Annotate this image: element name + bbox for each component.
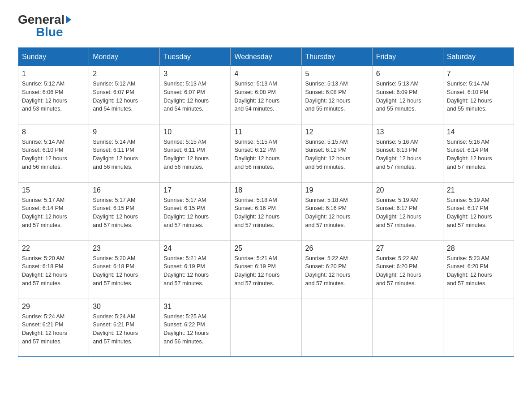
calendar-cell: 21Sunrise: 5:19 AMSunset: 6:17 PMDayligh… [443,182,514,240]
calendar-cell: 30Sunrise: 5:24 AMSunset: 6:21 PMDayligh… [89,299,160,357]
calendar-cell: 18Sunrise: 5:18 AMSunset: 6:16 PMDayligh… [231,182,301,240]
calendar-cell: 15Sunrise: 5:17 AMSunset: 6:14 PMDayligh… [18,182,89,240]
day-number: 2 [93,70,156,78]
calendar-cell: 22Sunrise: 5:20 AMSunset: 6:18 PMDayligh… [18,240,89,299]
day-number: 7 [447,70,510,78]
day-info: Sunrise: 5:13 AMSunset: 6:07 PMDaylight:… [163,80,227,113]
weekday-header-thursday: Thursday [301,48,372,66]
day-number: 31 [163,303,227,311]
day-info: Sunrise: 5:15 AMSunset: 6:12 PMDaylight:… [234,138,297,171]
calendar-cell: 20Sunrise: 5:19 AMSunset: 6:17 PMDayligh… [372,182,443,240]
day-number: 16 [93,186,156,194]
calendar-cell: 8Sunrise: 5:14 AMSunset: 6:10 PMDaylight… [18,124,89,182]
calendar-cell: 17Sunrise: 5:17 AMSunset: 6:15 PMDayligh… [160,182,231,240]
day-info: Sunrise: 5:17 AMSunset: 6:15 PMDaylight:… [93,196,156,230]
day-number: 26 [305,244,369,253]
day-number: 24 [163,244,227,253]
calendar-cell: 25Sunrise: 5:21 AMSunset: 6:19 PMDayligh… [231,240,301,299]
calendar-cell [443,299,514,357]
day-number: 8 [22,128,85,136]
weekday-header-monday: Monday [89,48,160,66]
day-number: 21 [447,186,510,194]
day-number: 25 [234,244,297,253]
calendar-cell: 12Sunrise: 5:15 AMSunset: 6:12 PMDayligh… [301,124,372,182]
calendar-cell: 11Sunrise: 5:15 AMSunset: 6:12 PMDayligh… [231,124,301,182]
calendar-week-row: 1Sunrise: 5:12 AMSunset: 6:06 PMDaylight… [18,66,514,124]
day-info: Sunrise: 5:17 AMSunset: 6:15 PMDaylight:… [163,196,227,230]
calendar-cell: 19Sunrise: 5:18 AMSunset: 6:16 PMDayligh… [301,182,372,240]
day-number: 3 [163,70,227,78]
day-info: Sunrise: 5:22 AMSunset: 6:20 PMDaylight:… [376,254,439,288]
day-info: Sunrise: 5:13 AMSunset: 6:09 PMDaylight:… [376,80,439,113]
calendar-header-row: SundayMondayTuesdayWednesdayThursdayFrid… [18,48,514,66]
day-info: Sunrise: 5:17 AMSunset: 6:14 PMDaylight:… [22,196,85,230]
logo: General Blue [18,13,71,39]
day-info: Sunrise: 5:16 AMSunset: 6:14 PMDaylight:… [447,138,510,171]
day-number: 23 [93,244,156,253]
logo-blue-text: Blue [36,26,63,39]
calendar-cell: 1Sunrise: 5:12 AMSunset: 6:06 PMDaylight… [18,66,89,124]
weekday-header-saturday: Saturday [443,48,514,66]
day-info: Sunrise: 5:21 AMSunset: 6:19 PMDaylight:… [234,254,297,288]
calendar-week-row: 8Sunrise: 5:14 AMSunset: 6:10 PMDaylight… [18,124,514,182]
calendar-cell: 10Sunrise: 5:15 AMSunset: 6:11 PMDayligh… [160,124,231,182]
day-info: Sunrise: 5:12 AMSunset: 6:06 PMDaylight:… [22,80,85,113]
calendar-week-row: 22Sunrise: 5:20 AMSunset: 6:18 PMDayligh… [18,240,514,299]
day-info: Sunrise: 5:24 AMSunset: 6:21 PMDaylight:… [93,313,156,346]
calendar-cell: 27Sunrise: 5:22 AMSunset: 6:20 PMDayligh… [372,240,443,299]
day-number: 10 [163,128,227,136]
day-number: 6 [376,70,439,78]
day-number: 30 [93,303,156,311]
day-number: 5 [305,70,369,78]
calendar-cell: 5Sunrise: 5:13 AMSunset: 6:08 PMDaylight… [301,66,372,124]
calendar-cell: 14Sunrise: 5:16 AMSunset: 6:14 PMDayligh… [443,124,514,182]
weekday-header-wednesday: Wednesday [231,48,301,66]
day-info: Sunrise: 5:15 AMSunset: 6:11 PMDaylight:… [163,138,227,171]
calendar-cell: 31Sunrise: 5:25 AMSunset: 6:22 PMDayligh… [160,299,231,357]
calendar-cell: 3Sunrise: 5:13 AMSunset: 6:07 PMDaylight… [160,66,231,124]
calendar-week-row: 15Sunrise: 5:17 AMSunset: 6:14 PMDayligh… [18,182,514,240]
day-info: Sunrise: 5:23 AMSunset: 6:20 PMDaylight:… [447,254,510,288]
calendar-cell: 24Sunrise: 5:21 AMSunset: 6:19 PMDayligh… [160,240,231,299]
calendar-cell: 6Sunrise: 5:13 AMSunset: 6:09 PMDaylight… [372,66,443,124]
day-number: 19 [305,186,369,194]
day-info: Sunrise: 5:24 AMSunset: 6:21 PMDaylight:… [22,313,85,346]
logo-general-text: General [18,13,71,26]
weekday-header-tuesday: Tuesday [160,48,231,66]
day-number: 27 [376,244,439,253]
calendar-cell: 16Sunrise: 5:17 AMSunset: 6:15 PMDayligh… [89,182,160,240]
day-info: Sunrise: 5:12 AMSunset: 6:07 PMDaylight:… [93,80,156,113]
day-info: Sunrise: 5:19 AMSunset: 6:17 PMDaylight:… [447,196,510,230]
day-number: 22 [22,244,85,253]
calendar-table: SundayMondayTuesdayWednesdayThursdayFrid… [18,47,514,357]
day-number: 13 [376,128,439,136]
day-info: Sunrise: 5:13 AMSunset: 6:08 PMDaylight:… [305,80,369,113]
calendar-cell: 28Sunrise: 5:23 AMSunset: 6:20 PMDayligh… [443,240,514,299]
calendar-week-row: 29Sunrise: 5:24 AMSunset: 6:21 PMDayligh… [18,299,514,357]
day-info: Sunrise: 5:18 AMSunset: 6:16 PMDaylight:… [305,196,369,230]
calendar-cell: 7Sunrise: 5:14 AMSunset: 6:10 PMDaylight… [443,66,514,124]
day-info: Sunrise: 5:18 AMSunset: 6:16 PMDaylight:… [234,196,297,230]
day-number: 9 [93,128,156,136]
calendar-cell: 29Sunrise: 5:24 AMSunset: 6:21 PMDayligh… [18,299,89,357]
day-info: Sunrise: 5:20 AMSunset: 6:18 PMDaylight:… [22,254,85,288]
page-header: General Blue [18,13,514,39]
day-info: Sunrise: 5:21 AMSunset: 6:19 PMDaylight:… [163,254,227,288]
weekday-header-friday: Friday [372,48,443,66]
day-info: Sunrise: 5:15 AMSunset: 6:12 PMDaylight:… [305,138,369,171]
weekday-header-sunday: Sunday [18,48,89,66]
calendar-cell: 26Sunrise: 5:22 AMSunset: 6:20 PMDayligh… [301,240,372,299]
day-info: Sunrise: 5:25 AMSunset: 6:22 PMDaylight:… [163,313,227,346]
calendar-cell: 13Sunrise: 5:16 AMSunset: 6:13 PMDayligh… [372,124,443,182]
calendar-cell [301,299,372,357]
day-info: Sunrise: 5:16 AMSunset: 6:13 PMDaylight:… [376,138,439,171]
day-number: 1 [22,70,85,78]
calendar-cell: 4Sunrise: 5:13 AMSunset: 6:08 PMDaylight… [231,66,301,124]
calendar-cell: 23Sunrise: 5:20 AMSunset: 6:18 PMDayligh… [89,240,160,299]
day-number: 28 [447,244,510,253]
day-number: 11 [234,128,297,136]
day-number: 15 [22,186,85,194]
day-info: Sunrise: 5:20 AMSunset: 6:18 PMDaylight:… [93,254,156,288]
day-number: 12 [305,128,369,136]
calendar-cell [231,299,301,357]
